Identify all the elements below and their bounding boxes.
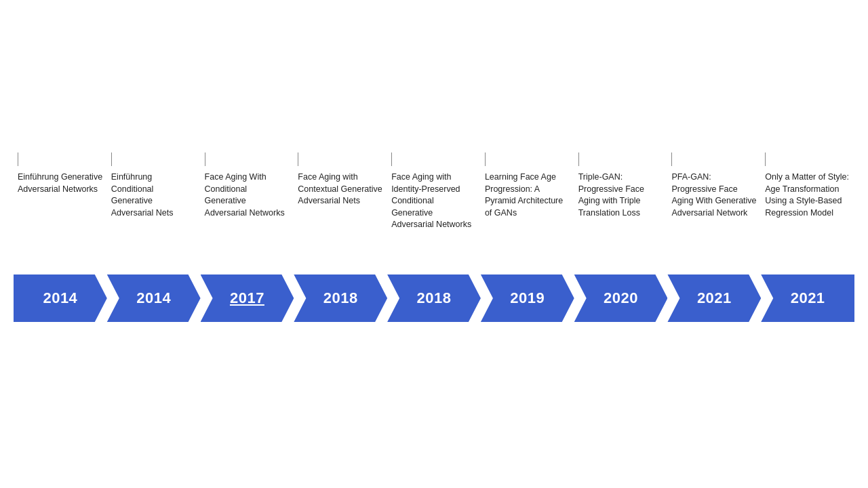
year-label: 2018: [417, 289, 452, 307]
arrow-shape: 2019: [481, 274, 574, 322]
year-label: 2019: [510, 289, 545, 307]
paper-title: Only a Matter of Style: Age Transformati…: [765, 171, 850, 219]
arrow-shape: 2021: [761, 274, 854, 322]
label-cell: Triple-GAN: Progressive Face Aging with …: [574, 152, 668, 274]
arrow-shape: 2018: [387, 274, 481, 322]
labels-row: Einführung Generative Adversarial Networ…: [14, 152, 854, 274]
arrow-item: 2014: [107, 274, 201, 322]
arrow-shape: 2018: [294, 274, 387, 322]
vertical-line: [485, 152, 486, 166]
label-cell: Einführung Generative Adversarial Networ…: [14, 152, 107, 274]
label-cell: Face Aging With Conditional Generative A…: [201, 152, 294, 274]
arrow-item: 2020: [574, 274, 668, 322]
arrow-item: 2017: [201, 274, 294, 322]
paper-title: Einführung Generative Adversarial Networ…: [18, 171, 103, 195]
label-cell: PFA-GAN: Progressive Face Aging With Gen…: [667, 152, 761, 274]
label-cell: Learning Face Age Progression: A Pyramid…: [481, 152, 574, 274]
paper-title: Learning Face Age Progression: A Pyramid…: [485, 171, 570, 219]
vertical-line: [205, 152, 205, 166]
vertical-line: [671, 152, 672, 166]
arrow-shape: 2014: [14, 274, 107, 322]
vertical-line: [298, 152, 298, 166]
arrow-item: 2021: [761, 274, 854, 322]
paper-title: Face Aging with Identity-Preserved Condi…: [391, 171, 477, 231]
vertical-line: [18, 152, 18, 166]
vertical-line: [765, 152, 766, 166]
arrow-shape: 2020: [574, 274, 668, 322]
label-cell: Face Aging with Identity-Preserved Condi…: [387, 152, 481, 274]
vertical-line: [578, 152, 579, 166]
paper-title: Triple-GAN: Progressive Face Aging with …: [578, 171, 664, 219]
year-label: 2014: [43, 289, 77, 307]
arrow-shape: 2014: [107, 274, 201, 322]
vertical-line: [391, 152, 392, 166]
paper-title: Face Aging with Contextual Generative Ad…: [298, 171, 383, 207]
arrow-item: 2018: [294, 274, 387, 322]
paper-title: Face Aging With Conditional Generative A…: [205, 171, 290, 219]
arrow-item: 2019: [481, 274, 574, 322]
arrow-item: 2014: [14, 274, 107, 322]
timeline-container: Einführung Generative Adversarial Networ…: [14, 152, 854, 322]
year-label: 2018: [323, 289, 358, 307]
label-cell: Einführung Conditional Generative Advers…: [107, 152, 201, 274]
arrow-shape: 2021: [667, 274, 761, 322]
arrow-item: 2018: [387, 274, 481, 322]
arrow-item: 2021: [667, 274, 761, 322]
label-cell: Face Aging with Contextual Generative Ad…: [294, 152, 387, 274]
label-cell: Only a Matter of Style: Age Transformati…: [761, 152, 854, 274]
year-label: 2020: [604, 289, 638, 307]
arrows-row: 201420142017201820182019202020212021: [14, 274, 854, 322]
arrow-shape: 2017: [201, 274, 294, 322]
year-label: 2021: [791, 289, 825, 307]
paper-title: PFA-GAN: Progressive Face Aging With Gen…: [671, 171, 757, 219]
vertical-line: [111, 152, 112, 166]
year-label: 2017: [230, 289, 264, 307]
year-label: 2021: [697, 289, 732, 307]
paper-title: Einführung Conditional Generative Advers…: [111, 171, 197, 219]
year-label: 2014: [136, 289, 171, 307]
